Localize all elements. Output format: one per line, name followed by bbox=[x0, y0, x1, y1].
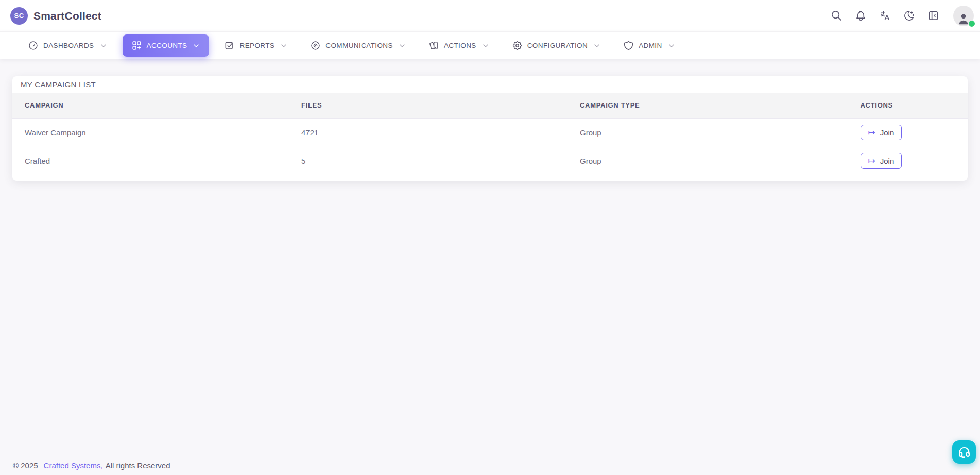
table-header-row: CAMPAIGN FILES CAMPAIGN TYPE ACTIONS bbox=[12, 93, 968, 118]
column-header-actions: ACTIONS bbox=[848, 93, 968, 118]
layout-panel-icon[interactable] bbox=[927, 10, 939, 22]
table-row: Crafted 5 Group ↦ Join bbox=[12, 147, 968, 175]
search-icon[interactable] bbox=[830, 10, 843, 22]
topbar: SC SmartCollect bbox=[0, 0, 980, 31]
chevron-down-icon bbox=[667, 42, 676, 50]
dark-mode-icon[interactable] bbox=[903, 10, 915, 22]
grid-plus-icon bbox=[131, 40, 142, 51]
nav-label: COMMUNICATIONS bbox=[325, 42, 393, 49]
nav-item-communications[interactable]: COMMUNICATIONS bbox=[303, 35, 414, 56]
cell-actions: ↦ Join bbox=[848, 118, 968, 147]
nav-item-dashboards[interactable]: DASHBOARDS bbox=[21, 35, 115, 56]
cell-files: 4721 bbox=[289, 118, 568, 147]
user-avatar[interactable] bbox=[953, 6, 974, 26]
card-bottom-padding bbox=[12, 175, 968, 181]
card-title: MY CAMPAIGN LIST bbox=[12, 76, 968, 93]
nav-item-configuration[interactable]: CONFIGURATION bbox=[505, 35, 608, 56]
chevron-down-icon bbox=[192, 42, 200, 50]
support-chat-button[interactable] bbox=[952, 440, 976, 464]
cell-actions: ↦ Join bbox=[848, 147, 968, 175]
cell-campaign: Crafted bbox=[12, 147, 289, 175]
column-header-files: FILES bbox=[289, 93, 568, 118]
nav-label: ADMIN bbox=[639, 42, 662, 49]
topbar-actions bbox=[830, 6, 974, 26]
nav-label: ACCOUNTS bbox=[147, 42, 187, 49]
brand[interactable]: SC SmartCollect bbox=[10, 7, 101, 25]
join-button[interactable]: ↦ Join bbox=[861, 153, 902, 169]
cell-campaign-type: Group bbox=[568, 118, 848, 147]
main-content: MY CAMPAIGN LIST CAMPAIGN FILES CAMPAIGN… bbox=[0, 59, 980, 181]
app-name: SmartCollect bbox=[33, 10, 101, 22]
join-arrow-icon: ↦ bbox=[868, 128, 875, 137]
footer: © 2025 Crafted Systems, All rights Reser… bbox=[13, 461, 170, 470]
table-row: Waiver Campaign 4721 Group ↦ Join bbox=[12, 118, 968, 147]
gear-icon bbox=[512, 40, 523, 51]
chevron-down-icon bbox=[593, 42, 601, 50]
chevron-down-icon bbox=[482, 42, 490, 50]
logo-monogram: SC bbox=[14, 12, 24, 20]
nav-item-accounts[interactable]: ACCOUNTS bbox=[123, 34, 210, 57]
nav-label: DASHBOARDS bbox=[43, 42, 94, 49]
nav-item-reports[interactable]: REPORTS bbox=[217, 35, 295, 56]
column-header-campaign-type: CAMPAIGN TYPE bbox=[568, 93, 848, 118]
chevron-down-icon bbox=[398, 42, 406, 50]
campaign-list-card: MY CAMPAIGN LIST CAMPAIGN FILES CAMPAIGN… bbox=[12, 76, 968, 181]
app-logo-icon: SC bbox=[10, 7, 28, 25]
cell-files: 5 bbox=[289, 147, 568, 175]
nav-item-admin[interactable]: ADMIN bbox=[616, 35, 683, 56]
checkbox-icon bbox=[224, 40, 235, 51]
footer-company-link[interactable]: Crafted Systems, bbox=[44, 461, 103, 470]
nav-label: CONFIGURATION bbox=[527, 42, 588, 49]
nav-label: REPORTS bbox=[239, 42, 274, 49]
join-button-label: Join bbox=[880, 156, 895, 165]
cell-campaign: Waiver Campaign bbox=[12, 118, 289, 147]
footer-rights-text: All rights Reserved bbox=[106, 461, 170, 470]
headset-icon bbox=[957, 445, 971, 459]
gauge-icon bbox=[28, 40, 39, 51]
bell-icon[interactable] bbox=[854, 10, 867, 22]
shield-icon bbox=[623, 40, 634, 51]
join-button[interactable]: ↦ Join bbox=[861, 125, 902, 140]
language-icon[interactable] bbox=[879, 10, 891, 22]
device-icon bbox=[428, 40, 439, 51]
nav-label: ACTIONS bbox=[444, 42, 476, 49]
online-status-dot bbox=[969, 21, 975, 27]
broadcast-icon bbox=[310, 40, 321, 51]
column-header-campaign: CAMPAIGN bbox=[12, 93, 289, 118]
chevron-down-icon bbox=[99, 42, 108, 50]
nav-item-actions[interactable]: ACTIONS bbox=[421, 35, 497, 56]
cell-campaign-type: Group bbox=[568, 147, 848, 175]
chevron-down-icon bbox=[280, 42, 288, 50]
join-button-label: Join bbox=[880, 128, 895, 137]
main-nav: DASHBOARDS ACCOUNTS REPORTS COMMUNICATIO… bbox=[0, 31, 980, 59]
campaign-table: CAMPAIGN FILES CAMPAIGN TYPE ACTIONS Wai… bbox=[12, 93, 968, 175]
footer-copyright: © 2025 bbox=[13, 461, 38, 470]
join-arrow-icon: ↦ bbox=[868, 156, 875, 165]
